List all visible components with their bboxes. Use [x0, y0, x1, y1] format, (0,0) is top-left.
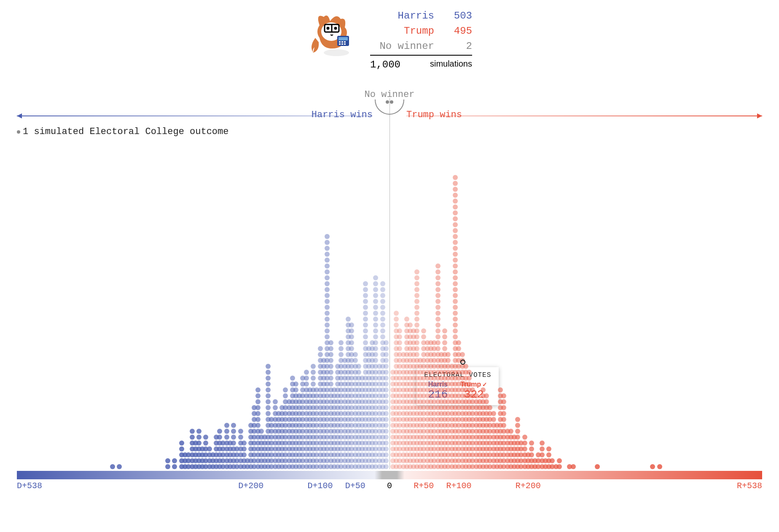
simulation-dot[interactable]	[481, 387, 486, 392]
simulation-dot[interactable]	[384, 435, 389, 440]
simulation-dot[interactable]	[435, 281, 441, 286]
simulation-dot[interactable]	[318, 352, 323, 357]
histogram-column[interactable]	[570, 463, 576, 469]
simulation-dot[interactable]	[311, 376, 316, 381]
simulation-dot[interactable]	[414, 305, 419, 310]
simulation-dot[interactable]	[349, 328, 354, 333]
simulation-dot[interactable]	[373, 311, 378, 316]
simulation-dot[interactable]	[242, 446, 247, 451]
simulation-dot[interactable]	[363, 311, 368, 316]
simulation-dot[interactable]	[384, 376, 389, 381]
simulation-dot[interactable]	[380, 311, 385, 316]
histogram-column[interactable]	[110, 463, 116, 469]
simulation-dot[interactable]	[325, 258, 330, 263]
simulation-dot[interactable]	[442, 328, 447, 333]
simulation-dot[interactable]	[363, 317, 368, 322]
simulation-dot[interactable]	[190, 429, 195, 434]
simulation-dot[interactable]	[384, 441, 389, 446]
simulation-dot[interactable]	[179, 441, 184, 446]
simulation-dot[interactable]	[196, 429, 201, 434]
simulation-dot[interactable]	[384, 464, 389, 469]
simulation-dot[interactable]	[266, 370, 271, 375]
simulation-dot[interactable]	[453, 199, 458, 204]
simulation-dot[interactable]	[491, 411, 496, 416]
simulation-dot[interactable]	[529, 452, 534, 457]
simulation-dot[interactable]	[453, 305, 458, 310]
simulation-dot[interactable]	[217, 429, 222, 434]
simulation-dot[interactable]	[293, 387, 298, 392]
simulation-dot[interactable]	[522, 441, 527, 446]
simulation-dot[interactable]	[453, 269, 458, 274]
simulation-dot[interactable]	[356, 364, 361, 369]
histogram-column[interactable]	[556, 457, 562, 469]
simulation-dot[interactable]	[529, 441, 534, 446]
simulation-dot[interactable]	[363, 334, 368, 339]
simulation-dot[interactable]	[255, 417, 261, 422]
simulation-dot[interactable]	[435, 322, 441, 328]
simulation-dot[interactable]	[373, 352, 378, 357]
simulation-dot[interactable]	[266, 376, 271, 381]
simulation-dot[interactable]	[373, 287, 378, 292]
simulation-dot[interactable]	[304, 382, 309, 387]
simulation-dot[interactable]	[304, 376, 309, 381]
simulation-dot[interactable]	[384, 405, 389, 410]
simulation-dot[interactable]	[453, 293, 458, 298]
simulation-dot[interactable]	[414, 352, 419, 357]
simulation-dot[interactable]	[414, 269, 419, 274]
simulation-dot[interactable]	[363, 340, 368, 345]
simulation-dot[interactable]	[325, 240, 330, 245]
simulation-dot[interactable]	[435, 340, 441, 345]
simulation-dot[interactable]	[453, 322, 458, 328]
simulation-dot[interactable]	[446, 352, 451, 357]
simulation-dot[interactable]	[435, 299, 441, 304]
simulation-dot[interactable]	[363, 287, 368, 292]
simulation-dot[interactable]	[657, 464, 662, 469]
simulation-dot[interactable]	[650, 464, 655, 469]
simulation-dot[interactable]	[384, 358, 389, 363]
simulation-dot[interactable]	[453, 281, 458, 286]
simulation-dot[interactable]	[484, 393, 489, 398]
simulation-dot[interactable]	[231, 429, 236, 434]
simulation-dot[interactable]	[453, 317, 458, 322]
simulation-dot[interactable]	[363, 281, 368, 286]
simulation-dot[interactable]	[384, 370, 389, 375]
simulation-dot[interactable]	[384, 429, 389, 434]
simulation-dot[interactable]	[384, 340, 389, 345]
simulation-dot[interactable]	[325, 252, 330, 257]
simulation-dot[interactable]	[453, 299, 458, 304]
simulation-dot[interactable]	[414, 346, 419, 351]
simulation-dot[interactable]	[442, 346, 447, 351]
simulation-dot[interactable]	[328, 340, 333, 345]
simulation-dot[interactable]	[453, 181, 458, 186]
simulation-dot[interactable]	[408, 322, 413, 328]
simulation-dot[interactable]	[453, 258, 458, 263]
simulation-dot[interactable]	[384, 423, 389, 428]
simulation-dot[interactable]	[501, 417, 506, 422]
simulation-dot[interactable]	[363, 305, 368, 310]
simulation-dot[interactable]	[414, 281, 419, 286]
simulation-dot[interactable]	[338, 340, 344, 345]
simulation-dot[interactable]	[325, 317, 330, 322]
simulation-dot[interactable]	[467, 376, 472, 381]
simulation-dot[interactable]	[453, 222, 458, 227]
simulation-dot[interactable]	[238, 429, 243, 434]
simulation-dot[interactable]	[491, 417, 496, 422]
simulation-dot[interactable]	[231, 441, 236, 446]
simulation-dot[interactable]	[172, 458, 177, 463]
simulation-dot[interactable]	[325, 269, 330, 274]
simulation-dot[interactable]	[363, 322, 368, 328]
simulation-dot[interactable]	[453, 187, 458, 192]
simulation-dot[interactable]	[453, 204, 458, 210]
simulation-dot[interactable]	[373, 340, 378, 345]
simulation-dot[interactable]	[446, 358, 451, 363]
simulation-dot[interactable]	[453, 234, 458, 239]
simulation-dot[interactable]	[259, 429, 264, 434]
simulation-dot[interactable]	[397, 328, 402, 333]
simulation-dot[interactable]	[349, 340, 354, 345]
simulation-dot[interactable]	[255, 399, 261, 404]
simulation-dot[interactable]	[453, 216, 458, 221]
simulation-dot[interactable]	[435, 317, 441, 322]
simulation-dot[interactable]	[508, 429, 513, 434]
simulation-dot[interactable]	[117, 464, 122, 469]
simulation-dot[interactable]	[435, 311, 441, 316]
